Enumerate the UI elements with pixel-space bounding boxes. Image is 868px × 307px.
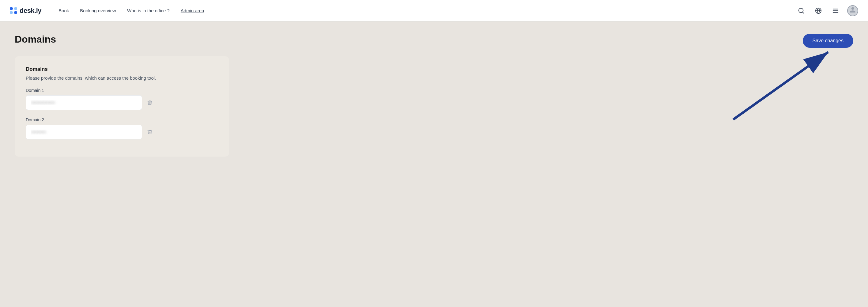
language-button[interactable] [813,5,824,16]
trash-icon [147,99,153,106]
user-avatar[interactable] [847,5,858,16]
logo-dots [10,7,13,14]
avatar-icon [849,6,856,15]
menu-button[interactable] [830,5,841,16]
main-content: Domains Save changes Domains Please prov… [0,22,868,169]
nav-links: Book Booking overview Who is in the offi… [59,8,783,13]
trash-icon-2 [147,129,153,135]
svg-line-8 [733,52,828,120]
logo-dot-tr [14,7,17,10]
navbar: desk.ly Book Booking overview Who is in … [0,0,868,22]
page-title: Domains [15,34,56,45]
nav-admin-area[interactable]: Admin area [181,8,204,13]
save-changes-button[interactable]: Save changes [803,34,853,48]
card-title: Domains [26,66,218,72]
domains-card: Domains Please provide the domains, whic… [15,56,229,157]
arrow-svg [696,40,849,126]
svg-line-1 [802,12,804,13]
logo[interactable]: desk.ly [10,7,41,15]
domain-2-delete-button[interactable] [146,128,154,136]
nav-booking-overview[interactable]: Booking overview [80,8,116,13]
nav-who-in-office[interactable]: Who is in the office ? [127,8,170,13]
page-header: Domains Save changes [15,34,853,48]
globe-icon [815,7,822,14]
card-description: Please provide the domains, which can ac… [26,75,218,81]
domain-2-input[interactable] [26,125,142,140]
domain-1-section: Domain 1 [26,88,218,110]
search-icon [798,7,805,14]
search-button[interactable] [796,5,807,16]
logo-dot-bottom [10,11,13,14]
domain-2-label: Domain 2 [26,117,218,122]
nav-right [796,5,858,16]
domain-1-label: Domain 1 [26,88,218,93]
domain-2-row [26,125,218,140]
arrow-annotation [696,40,849,126]
domain-1-row [26,95,218,110]
logo-dots-right [14,7,17,14]
domain-1-input[interactable] [26,95,142,110]
domain-2-section: Domain 2 [26,117,218,140]
hamburger-icon [832,7,839,14]
nav-book[interactable]: Book [59,8,69,13]
logo-text: desk.ly [20,7,41,15]
logo-icon [10,7,17,14]
logo-dot-br [14,11,17,14]
logo-dot-top [10,7,13,10]
domain-1-delete-button[interactable] [146,98,154,107]
